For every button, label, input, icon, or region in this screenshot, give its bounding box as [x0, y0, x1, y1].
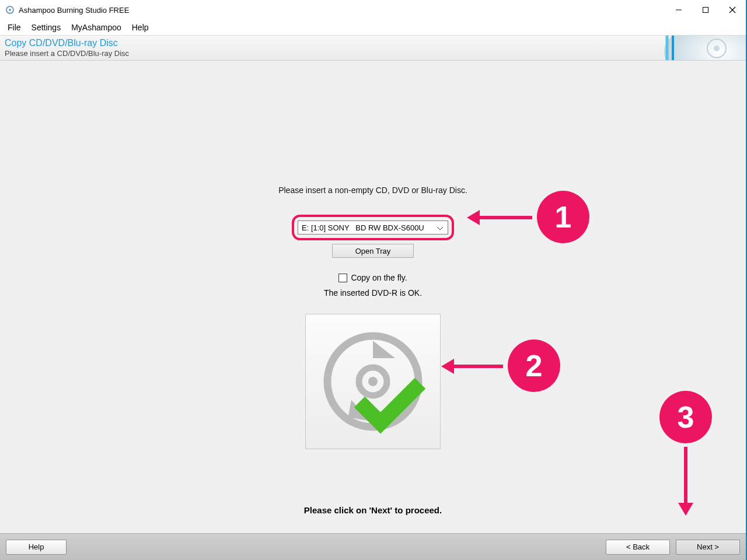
page-subtitle: Please insert a CD/DVD/Blu-ray Disc [5, 49, 129, 58]
titlebar: Ashampoo Burning Studio FREE [0, 0, 746, 20]
instruction-text: Please insert a non-empty CD, DVD or Blu… [278, 186, 467, 195]
next-button[interactable]: Next > [676, 540, 740, 555]
annotation-badge-2: 2 [508, 340, 560, 392]
help-button[interactable]: Help [6, 540, 67, 555]
app-window: Ashampoo Burning Studio FREE File Settin… [0, 0, 747, 560]
menu-settings[interactable]: Settings [26, 22, 67, 33]
annotation-badge-1: 1 [537, 191, 589, 243]
menu-file[interactable]: File [2, 22, 26, 33]
disc-ok-icon [317, 326, 428, 437]
svg-rect-3 [703, 8, 708, 13]
wizard-navbar: Help < Back Next > [0, 533, 746, 560]
menu-myashampoo[interactable]: MyAshampoo [66, 22, 127, 33]
breadcrumb-header: Copy CD/DVD/Blu-ray Disc Please insert a… [0, 35, 746, 61]
menubar: File Settings MyAshampoo Help [0, 20, 746, 35]
window-title: Ashampoo Burning Studio FREE [19, 6, 129, 15]
copy-on-fly-checkbox[interactable] [338, 274, 347, 282]
disc-art-icon [617, 36, 746, 61]
annotation-highlight-1: E: [1:0] SONY BD RW BDX-S600U [292, 215, 454, 240]
annotation-badge-3: 3 [659, 391, 712, 443]
copy-on-fly-row: Copy on the fly. [338, 273, 407, 282]
copy-on-fly-label: Copy on the fly. [351, 273, 407, 282]
annotation-arrow-2 [441, 363, 503, 370]
svg-point-10 [714, 46, 720, 51]
annotation-arrow-3 [682, 447, 689, 516]
drive-select[interactable]: E: [1:0] SONY BD RW BDX-S600U [298, 220, 448, 235]
annotation-arrow-1 [467, 214, 532, 221]
maximize-button[interactable] [692, 0, 719, 20]
open-tray-button[interactable]: Open Tray [332, 244, 414, 258]
page-title: Copy CD/DVD/Blu-ray Disc [5, 37, 129, 49]
disc-status-image [305, 314, 441, 449]
drive-select-value: E: [1:0] SONY BD RW BDX-S600U [302, 223, 436, 232]
content-area: Please insert a non-empty CD, DVD or Blu… [0, 61, 746, 533]
app-icon [6, 6, 14, 14]
menu-help[interactable]: Help [127, 22, 154, 33]
close-button[interactable] [719, 0, 746, 20]
chevron-down-icon [436, 223, 444, 232]
proceed-text: Please click on 'Next' to proceed. [304, 505, 442, 515]
svg-point-6 [664, 36, 746, 61]
svg-point-1 [9, 9, 11, 11]
back-button[interactable]: < Back [606, 540, 670, 555]
minimize-button[interactable] [665, 0, 692, 20]
disc-status-text: The inserted DVD-R is OK. [324, 288, 422, 298]
svg-point-13 [368, 377, 378, 386]
